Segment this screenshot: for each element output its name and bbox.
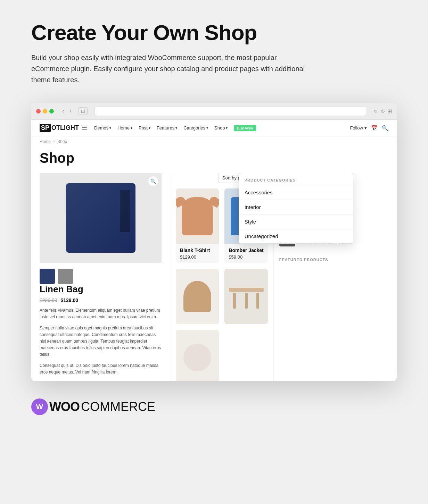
nav-right: Follow ▾ 📅 🔍 <box>350 125 388 131</box>
nav-items: Demos ▾ Home ▾ Post ▾ Features ▾ Categor… <box>94 125 350 131</box>
browser-nav-btns: ‹ › <box>60 107 74 115</box>
jacket-name: Bomber Jacket <box>229 247 263 253</box>
breadcrumb-home[interactable]: Home <box>40 139 51 144</box>
nav-categories[interactable]: Categories ▾ <box>183 125 208 131</box>
categories-arrow: ▾ <box>206 126 208 130</box>
dot-green[interactable] <box>49 109 54 114</box>
nav-features[interactable]: Features ▾ <box>157 125 177 131</box>
woo-logo-bubble: W <box>31 398 48 415</box>
featured-label: FEATURED PRODUCTS <box>279 258 344 262</box>
products-row-2 <box>176 269 268 381</box>
browser-window: ‹ › ⊡ ↻ ⎋ ⊞ SPOTLIGHT ☰ Demos ▾ Home ▾ <box>31 103 397 381</box>
shop-content: SPOTLIGHT ☰ Demos ▾ Home ▾ Post ▾ Featur… <box>31 120 397 381</box>
nav-demos[interactable]: Demos ▾ <box>94 125 111 131</box>
tshirt-price: $129.00 <box>180 254 215 260</box>
calendar-icon[interactable]: 📅 <box>371 125 378 131</box>
newwindow-icon[interactable]: ⊞ <box>387 108 392 115</box>
bag-image <box>183 281 211 312</box>
back-button[interactable]: ‹ <box>60 107 66 115</box>
tabs-button[interactable]: ⊡ <box>79 107 88 115</box>
product-card-img-table <box>224 269 268 324</box>
share-icon[interactable]: ⎋ <box>381 108 385 114</box>
buy-now-button[interactable]: Buy Now <box>234 125 256 131</box>
nav-home[interactable]: Home ▾ <box>117 125 132 131</box>
product-card-vase[interactable] <box>176 330 219 381</box>
table-legs <box>229 293 264 309</box>
tshirt-name: Blank T-Shirt <box>180 247 215 253</box>
url-bar[interactable] <box>94 106 367 116</box>
table-leg-1 <box>233 293 236 309</box>
product-card-img-vase <box>176 330 219 381</box>
thumb-2[interactable] <box>58 269 73 284</box>
table-top <box>229 288 264 292</box>
shop-title: Shop <box>40 150 388 166</box>
shop-arrow: ▾ <box>226 126 228 130</box>
woocommerce-logo-section: W WOO COMMERCE <box>31 398 397 415</box>
features-arrow: ▾ <box>175 126 177 130</box>
product-name: Linen Bag <box>40 284 162 295</box>
product-main-image <box>66 183 135 253</box>
category-interior[interactable]: Interior <box>239 200 353 214</box>
tshirt-image <box>182 197 213 235</box>
product-card-tshirt[interactable]: Blank T-Shirt $129.00 <box>176 188 219 263</box>
product-image-wrapper: 🔍 <box>40 173 162 263</box>
home-arrow: ▾ <box>131 126 132 130</box>
nav-post[interactable]: Post ▾ <box>139 125 150 131</box>
product-desc-2: Semper nulla vitae quis eget magnis pret… <box>40 325 162 358</box>
categories-dropdown: PRODUCT CATEGORIES Accessories Interior … <box>239 173 353 244</box>
jacket-price: $59.00 <box>229 254 263 260</box>
product-price: $229.00 $129.00 <box>40 297 162 303</box>
category-accessories[interactable]: Accessories <box>239 185 353 200</box>
product-card-bag[interactable] <box>176 269 219 324</box>
nav-shop[interactable]: Shop ▾ <box>214 125 228 131</box>
price-sale: $129.00 <box>61 297 79 303</box>
woo-letter: W <box>36 402 43 411</box>
logo-text: OTLIGHT <box>51 124 79 132</box>
page-wrapper: Create Your Own Shop Build your shop eas… <box>0 0 428 443</box>
breadcrumb-sep: > <box>53 139 55 144</box>
reload-icon[interactable]: ↻ <box>374 109 378 114</box>
right-sidebar: CART × Linen Bag 1 × $129.00 Subtotal: $… <box>273 173 350 381</box>
site-logo: SPOTLIGHT <box>40 124 79 132</box>
search-icon[interactable]: 🔍 <box>382 125 388 131</box>
dot-yellow[interactable] <box>43 109 47 114</box>
heading-section: Create Your Own Shop Build your shop eas… <box>31 21 397 85</box>
post-arrow: ▾ <box>149 126 150 130</box>
price-original: $229.00 <box>40 297 57 303</box>
featured-section: FEATURED PRODUCTS <box>279 253 344 269</box>
main-heading: Create Your Own Shop <box>31 21 397 44</box>
logo-spot: SP <box>40 124 51 132</box>
forward-button[interactable]: › <box>67 107 73 115</box>
shop-layout-wrapper: 🔍 Linen Bag $229.00 $129.00 <box>31 173 397 381</box>
zoom-icon[interactable]: 🔍 <box>148 176 158 186</box>
product-card-img-tshirt <box>176 188 219 244</box>
follow-button[interactable]: Follow ▾ <box>350 125 367 131</box>
category-uncategorized[interactable]: Uncategorized <box>239 229 353 243</box>
browser-chrome: ‹ › ⊡ ↻ ⎋ ⊞ <box>31 103 397 120</box>
demos-arrow: ▾ <box>109 126 111 130</box>
product-thumbs-row <box>40 269 162 284</box>
woo-commerce-text: COMMERCE <box>81 400 155 414</box>
product-detail: 🔍 Linen Bag $229.00 $129.00 <box>31 173 170 381</box>
category-style[interactable]: Style <box>239 214 353 229</box>
follow-label: Follow <box>350 125 363 131</box>
product-card-table[interactable] <box>224 269 268 324</box>
breadcrumb-current: Shop <box>57 139 67 144</box>
browser-actions: ⎋ ⊞ <box>381 108 392 115</box>
hamburger-icon[interactable]: ☰ <box>82 124 87 132</box>
follow-arrow: ▾ <box>364 125 367 131</box>
table-leg-3 <box>256 293 259 309</box>
site-navbar: SPOTLIGHT ☰ Demos ▾ Home ▾ Post ▾ Featur… <box>31 120 397 136</box>
breadcrumb: Home > Shop <box>31 136 397 147</box>
product-card-info-jacket: Bomber Jacket $59.00 <box>224 244 268 263</box>
product-card-img-bag <box>176 269 219 324</box>
product-desc-1: Ante felis vivamus. Elementum aliquam eg… <box>40 307 162 320</box>
browser-dots <box>36 109 54 114</box>
thumb-1[interactable] <box>40 269 55 284</box>
product-desc-3: Consequat quis ut. Dis odio justo faucib… <box>40 362 162 376</box>
subtitle-text: Build your shop easily with integrated W… <box>31 52 316 85</box>
dot-red[interactable] <box>36 109 41 114</box>
table-image <box>229 284 264 309</box>
product-card-info-tshirt: Blank T-Shirt $129.00 <box>176 244 219 263</box>
dropdown-section-title: PRODUCT CATEGORIES <box>239 173 353 185</box>
